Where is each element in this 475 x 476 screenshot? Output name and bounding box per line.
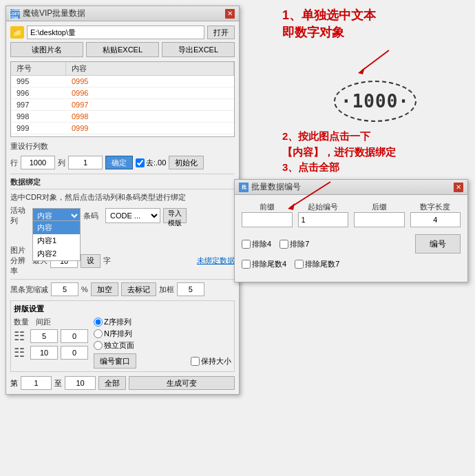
table-row[interactable]: 999 0999	[11, 123, 234, 134]
cell-content-1: 0996	[66, 87, 234, 99]
gap1-input[interactable]	[61, 329, 88, 343]
img-zi-label: 字	[103, 256, 111, 266]
confirm-button[interactable]: 确定	[105, 156, 133, 169]
cell-num-1: 996	[11, 87, 66, 99]
check1[interactable]	[242, 240, 251, 249]
arrow-1-container	[282, 47, 468, 76]
radio-single-label[interactable]: 独立页面	[94, 340, 231, 351]
check3[interactable]	[242, 260, 251, 269]
check4-label[interactable]: 排除尾数7	[295, 259, 339, 269]
addframe-input[interactable]	[177, 282, 204, 296]
header-content: 内容	[66, 62, 234, 75]
row-input[interactable]	[21, 156, 55, 169]
active-col-label: 活动列	[10, 205, 30, 226]
bottom-row: 第 至 全部 生成可变	[10, 376, 235, 390]
gap-label: 间距	[36, 317, 55, 327]
table-row[interactable]: 998 0998	[11, 111, 234, 123]
gap2-input[interactable]	[61, 346, 88, 360]
check4[interactable]	[295, 260, 304, 269]
barcode-select[interactable]: CODE ...	[105, 208, 160, 223]
radio-z-label[interactable]: Z序排列	[94, 317, 231, 327]
annotation-text-1: 1、单独选中文本 即数字对象	[282, 7, 468, 41]
title-bar-left: CORELOFTCDR 魔镜VIP批量数据	[10, 8, 85, 19]
keep-size-checkbox[interactable]	[191, 357, 200, 366]
check3-label[interactable]: 排除尾数4	[242, 259, 286, 269]
arrow-down-left-2-icon	[282, 178, 337, 213]
row-col-inputs: 行 列 确定 去:.00 初始化	[10, 156, 235, 169]
go-checkbox-label[interactable]: 去:.00	[136, 158, 166, 168]
cell-num-4: 999	[11, 123, 66, 134]
svg-line-0	[361, 50, 389, 71]
svg-marker-3	[288, 203, 295, 210]
close-button[interactable]: ✕	[225, 9, 235, 19]
range-to-input[interactable]	[65, 376, 96, 390]
encode-window-button[interactable]: 编号窗口	[94, 353, 136, 369]
row-label: 行	[10, 158, 18, 168]
dropdown-item-1[interactable]: 内容1	[33, 234, 80, 247]
second-app-icon: 批	[239, 183, 249, 192]
cell-num-5: 1000	[11, 134, 66, 137]
svg-line-2	[293, 182, 330, 206]
blackbar-input[interactable]	[51, 282, 78, 296]
typeset-content: 数量 间距 ☷ ☷	[14, 317, 231, 369]
unbound-data-link[interactable]: 未绑定数据	[197, 256, 235, 266]
range-label-1: 第	[10, 378, 18, 389]
addspace-button[interactable]: 加空	[91, 282, 118, 296]
data-bind-title: 数据绑定	[10, 177, 235, 189]
dropdown-item-0[interactable]: 内容	[33, 221, 80, 234]
cell-num-2: 997	[11, 99, 66, 110]
img-label: 图片分辨率	[10, 245, 30, 276]
table-row[interactable]: 995 0995	[11, 76, 234, 87]
blackbar-label: 黑条宽缩减	[10, 284, 48, 295]
img-set-button[interactable]: 设	[81, 254, 101, 268]
radio-z[interactable]	[94, 318, 103, 327]
import-mode-button[interactable]: 导入模版	[163, 208, 187, 223]
cell-content-0: 0995	[66, 76, 234, 87]
qty1-input[interactable]	[30, 329, 58, 343]
qty2-input[interactable]	[30, 346, 58, 360]
table-row[interactable]: 997 0997	[11, 99, 234, 111]
table-row[interactable]: 996 0996	[11, 87, 234, 99]
oval-text: ·1000·	[341, 91, 410, 112]
cell-num-0: 995	[11, 76, 66, 87]
active-col-dropdown[interactable]: 内容 内容1 内容2	[32, 220, 81, 261]
table-row[interactable]: 1000 1000	[11, 134, 234, 137]
check2[interactable]	[279, 240, 288, 249]
export-excel-button[interactable]: 导出EXCEL	[162, 42, 235, 57]
arrow-down-left-icon	[355, 47, 396, 74]
cell-content-3: 0998	[66, 111, 234, 122]
typeset-bottom: 编号窗口 保持大小	[94, 353, 231, 369]
init-button[interactable]: 初始化	[169, 156, 204, 169]
open-button[interactable]: 打开	[207, 25, 235, 39]
removemark-button[interactable]: 去标记	[121, 282, 156, 296]
encode-button[interactable]: 编号	[415, 234, 461, 253]
annotation-text-2: 2、按此图点击一下 【内容】，进行数据绑定 3、点击全部	[282, 129, 468, 176]
generate-button[interactable]: 生成可变	[129, 376, 235, 390]
rows-icon: ☷	[14, 329, 25, 344]
action-row: 读图片名 粘贴EXCEL 导出EXCEL	[10, 42, 235, 57]
typeset-row-icon-1: ☷	[14, 329, 88, 344]
keep-size-label[interactable]: 保持大小	[191, 356, 231, 366]
typeset-right: Z序排列 N序排列 独立页面 编号窗口 保持大小	[94, 317, 231, 369]
folder-icon[interactable]: 📁	[10, 26, 24, 39]
all-button[interactable]: 全部	[98, 376, 126, 390]
paste-excel-button[interactable]: 粘贴EXCEL	[86, 42, 159, 57]
check2-label[interactable]: 排除7	[279, 234, 309, 253]
range-from-input[interactable]	[21, 376, 52, 390]
typeset-title: 拼版设置	[14, 304, 231, 314]
read-names-button[interactable]: 读图片名	[10, 42, 83, 57]
dropdown-item-2[interactable]: 内容2	[33, 247, 80, 260]
go-checkbox[interactable]	[136, 158, 145, 167]
file-path-input[interactable]	[27, 25, 204, 39]
cell-content-2: 0997	[66, 99, 234, 110]
main-dialog: CORELOFTCDR 魔镜VIP批量数据 ✕ 📁 打开 读图片名 粘贴EXCE…	[6, 6, 240, 395]
radio-single[interactable]	[94, 341, 103, 350]
radio-n[interactable]	[94, 329, 103, 338]
barcode-label: 条码	[83, 211, 103, 221]
cols-icon: ☷	[14, 345, 25, 360]
radio-n-label[interactable]: N序排列	[94, 329, 231, 339]
data-table[interactable]: 序号 内容 995 0995 996 0996 997 0997 998 099…	[10, 61, 235, 137]
file-row: 📁 打开	[10, 25, 235, 39]
check1-label[interactable]: 排除4	[242, 234, 271, 253]
col-input[interactable]	[68, 156, 103, 169]
